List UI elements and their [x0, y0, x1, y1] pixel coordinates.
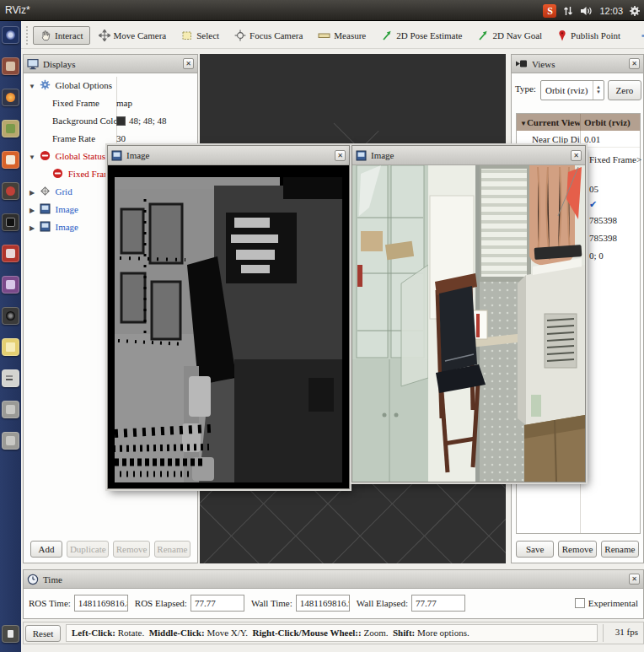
tool-focus-camera[interactable]: Focus Camera — [228, 26, 309, 45]
panel-title: Time — [43, 574, 62, 585]
launcher-icon-text-editor[interactable] — [2, 369, 19, 387]
tree-row-background-color[interactable]: Background Color 48; 48; 48 — [24, 112, 197, 130]
expand-triangle-icon[interactable]: ▼ — [27, 148, 37, 166]
network-icon[interactable] — [562, 5, 574, 17]
property-value[interactable]: map — [116, 94, 132, 112]
tree-row-global-options[interactable]: ▼ Global Options — [24, 77, 197, 94]
gear-icon — [40, 79, 51, 90]
window-title: Image — [371, 150, 394, 160]
launcher-icon-settings[interactable] — [2, 182, 19, 200]
expand-triangle-icon[interactable]: ▼ — [520, 120, 527, 127]
wall-time-value[interactable]: 1481169816.91 — [296, 595, 350, 612]
close-icon[interactable]: ✕ — [629, 574, 640, 585]
launcher-icon-package[interactable] — [2, 276, 19, 294]
window-title: RViz* — [5, 4, 30, 16]
experimental-checkbox[interactable] — [575, 598, 585, 608]
input-method-icon[interactable]: S — [543, 4, 556, 18]
field-label: ROS Elapsed: — [135, 598, 187, 608]
remove-button[interactable]: Remove — [113, 541, 149, 558]
ros-elapsed-value[interactable]: 77.77 — [191, 595, 244, 612]
launcher-icon-files[interactable] — [2, 57, 19, 75]
volume-icon[interactable] — [580, 5, 593, 17]
experimental-toggle[interactable]: Experimental — [575, 598, 638, 608]
ros-time-value[interactable]: 1481169816.88 — [74, 595, 128, 612]
unity-launcher — [0, 21, 21, 652]
launcher-icon-amazon[interactable] — [2, 151, 19, 169]
depth-image-titlebar[interactable]: Image ✕ — [108, 146, 349, 165]
tool-2d-nav-goal[interactable]: 2D Nav Goal — [470, 26, 549, 45]
move-camera-icon — [99, 30, 110, 41]
displays-panel-header[interactable]: Displays ✕ — [24, 55, 197, 73]
rename-button[interactable]: Rename — [154, 541, 191, 558]
launcher-icon-rviz-1[interactable] — [2, 401, 19, 418]
expand-triangle-icon[interactable]: ▶ — [27, 184, 37, 202]
launcher-icon-dash[interactable] — [2, 26, 19, 44]
checkbox-label: Experimental — [588, 598, 638, 608]
launcher-icon-firefox[interactable] — [2, 89, 19, 106]
close-icon[interactable]: ✕ — [335, 150, 346, 161]
launcher-icon-software[interactable] — [2, 120, 19, 137]
tool-move-camera[interactable]: Move Camera — [92, 26, 174, 45]
zero-button[interactable]: Zero — [608, 80, 641, 100]
image-display-icon — [40, 203, 51, 214]
launcher-icon-rviz-2[interactable] — [2, 432, 19, 450]
remove-view-button[interactable]: Remove — [558, 541, 596, 558]
property-value[interactable]: 48; 48; 48 — [116, 112, 167, 130]
tool-label: 2D Nav Goal — [492, 30, 542, 40]
view-type-dropdown[interactable]: Orbit (rviz) ▲▼ — [540, 80, 604, 100]
tree-label: Image — [56, 204, 78, 214]
tool-label: Measure — [334, 30, 366, 40]
wall-elapsed-value[interactable]: 77.77 — [411, 595, 465, 612]
tool-label: Select — [196, 30, 219, 40]
tool-publish-point[interactable]: Publish Point — [550, 26, 627, 45]
spinner-icon[interactable]: ▲▼ — [593, 81, 604, 100]
ros-time-field: ROS Time: 1481169816.88 — [29, 595, 128, 612]
clock[interactable]: 12:03 — [599, 6, 623, 16]
duplicate-button[interactable]: Duplicate — [67, 541, 109, 558]
session-gear-icon[interactable] — [629, 5, 641, 17]
launcher-icon-media[interactable] — [2, 245, 19, 262]
views-buttons: Save Remove Rename — [512, 541, 643, 558]
expand-triangle-icon[interactable]: ▶ — [27, 219, 37, 237]
camera-image-titlebar[interactable]: Image ✕ — [352, 146, 585, 165]
add-button[interactable]: Add — [30, 541, 62, 558]
expand-triangle-icon[interactable]: ▶ — [27, 202, 37, 219]
tool-2d-pose-estimate[interactable]: 2D Pose Estimate — [374, 26, 469, 45]
views-panel-header[interactable]: Views ✕ — [512, 55, 643, 73]
views-camera-icon — [515, 58, 528, 69]
save-button[interactable]: Save — [516, 541, 554, 558]
tool-interact[interactable]: Interact — [33, 26, 90, 45]
time-panel-header[interactable]: Time ✕ — [24, 570, 643, 589]
close-icon[interactable]: ✕ — [571, 150, 582, 161]
grid-icon — [40, 186, 51, 197]
type-label: Type: — [515, 84, 536, 94]
close-icon[interactable]: ✕ — [183, 58, 194, 69]
close-icon[interactable]: ✕ — [629, 58, 640, 69]
tool-add[interactable] — [634, 27, 644, 45]
expand-triangle-icon[interactable]: ▼ — [27, 78, 37, 95]
depth-image-canvas — [108, 165, 349, 488]
pose-estimate-arrow-icon — [381, 30, 393, 41]
tool-measure[interactable]: Measure — [311, 26, 373, 45]
clock-icon — [27, 574, 39, 585]
tool-label: Interact — [55, 30, 83, 40]
wall-time-field: Wall Time: 1481169816.91 — [251, 595, 350, 612]
current-view-cell: ▼Current View — [517, 114, 580, 131]
property-value[interactable]: 0.01 — [580, 131, 640, 147]
add-tool-plus-icon — [641, 30, 644, 41]
tree-label: Grid — [56, 186, 72, 197]
launcher-icon-terminal[interactable] — [2, 213, 19, 231]
tool-select[interactable]: Select — [174, 26, 226, 45]
busy-indicator-icon — [2, 625, 19, 643]
color-swatch — [116, 116, 126, 126]
launcher-icon-player[interactable] — [2, 307, 19, 325]
toolbar-drag-handle[interactable] — [26, 26, 28, 45]
reset-button[interactable]: Reset — [25, 625, 61, 642]
launcher-icon-notes[interactable] — [2, 338, 19, 356]
focus-camera-icon — [234, 30, 246, 41]
interact-hand-icon — [40, 30, 51, 41]
tree-row-fixed-frame[interactable]: Fixed Frame map — [24, 94, 197, 112]
current-view-header-row[interactable]: ▼Current View Orbit (rviz) — [517, 114, 640, 131]
rename-view-button[interactable]: Rename — [601, 541, 639, 558]
mouse-help-text: Left-Click: Rotate. Middle-Click: Move X… — [66, 624, 598, 642]
